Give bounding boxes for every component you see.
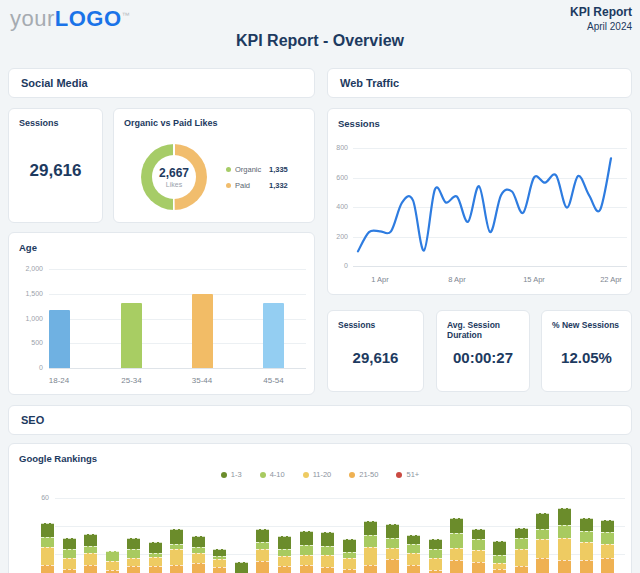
section-label: Web Traffic (340, 77, 399, 89)
rankings-segment-4-10 (580, 531, 593, 542)
rankings-segment-21-50 (300, 565, 313, 573)
section-label: Social Media (21, 77, 88, 89)
rankings-segment-11-20 (580, 542, 593, 560)
rankings-segment-4-10 (127, 549, 140, 557)
rankings-segment-11-20 (515, 549, 528, 566)
rankings-bar (149, 542, 162, 573)
rankings-bar (450, 518, 463, 573)
rankings-bar (364, 521, 377, 573)
rankings-segment-21-50 (127, 566, 140, 573)
rankings-segment-11-20 (472, 550, 485, 562)
rankings-segment-21-50 (84, 565, 97, 573)
donut-legend: Organic1,335Paid1,332 (226, 165, 308, 190)
rankings-segment-4-10 (536, 529, 549, 539)
logo-prefix: your (10, 6, 55, 31)
rankings-segment-21-50 (343, 569, 356, 573)
stat-label: Sessions (19, 118, 59, 128)
rankings-segment-1-3 (213, 549, 226, 556)
rankings-segment-4-10 (300, 545, 313, 555)
rankings-segment-1-3 (192, 536, 205, 547)
section-header-web-traffic: Web Traffic (327, 68, 632, 98)
y-axis-tick: 1,000 (11, 315, 43, 322)
rankings-segment-4-10 (278, 549, 291, 556)
rankings-segment-21-50 (41, 565, 54, 573)
age-bar-45-54 (263, 303, 284, 368)
rankings-segment-21-50 (170, 565, 183, 573)
rankings-segment-4-10 (472, 539, 485, 550)
report-period: April 2024 (570, 21, 632, 32)
rankings-segment-1-3 (536, 513, 549, 529)
section-label: SEO (21, 414, 44, 426)
rankings-segment-11-20 (256, 549, 269, 562)
rankings-segment-21-50 (601, 558, 614, 573)
rankings-bar (386, 524, 399, 573)
rankings-segment-21-50 (192, 563, 205, 573)
x-axis-tick: 25-34 (107, 376, 157, 385)
rankings-segment-11-20 (84, 553, 97, 564)
rankings-segment-1-3 (300, 531, 313, 545)
legend-dot (226, 167, 231, 172)
rankings-segment-1-3 (386, 524, 399, 538)
rankings-segment-11-20 (450, 548, 463, 561)
rankings-segment-21-50 (536, 558, 549, 573)
rankings-segment-4-10 (256, 542, 269, 549)
rankings-segment-21-50 (321, 567, 334, 573)
rankings-segment-4-10 (321, 546, 334, 555)
rankings-segment-4-10 (407, 544, 420, 553)
logo-main: LOGO (55, 6, 122, 31)
page-title: KPI Report - Overview (0, 32, 640, 50)
legend-dot (226, 183, 231, 188)
rankings-segment-21-50 (407, 565, 420, 573)
rankings-bar (127, 538, 140, 573)
gridline (49, 294, 306, 295)
rankings-segment-21-50 (364, 565, 377, 573)
legend-value: 1,332 (269, 181, 288, 190)
legend-label: Paid (235, 181, 269, 190)
rankings-segment-1-3 (450, 518, 463, 533)
rankings-bar (300, 531, 313, 573)
rankings-segment-4-10 (84, 546, 97, 553)
rankings-segment-1-3 (41, 523, 54, 536)
rankings-segment-21-50 (213, 567, 226, 573)
rankings-bar (192, 536, 205, 573)
legend-value: 1,335 (269, 165, 288, 174)
rankings-segment-1-3 (429, 539, 442, 549)
rankings-segment-11-20 (192, 553, 205, 563)
google-rankings-card: Google Rankings 1-34-1011-2021-5051+ 204… (8, 443, 632, 573)
rankings-segment-1-3 (515, 528, 528, 539)
avg-session-duration-card: Avg. Session Duration 00:00:27 (436, 310, 530, 392)
rankings-bar (213, 549, 226, 573)
web-sessions-stat-card: Sessions 29,616 (327, 310, 424, 392)
y-axis-tick: 2,000 (11, 265, 43, 272)
rankings-segment-21-50 (256, 561, 269, 573)
rankings-bar (41, 523, 54, 573)
rankings-segment-21-50 (149, 566, 162, 573)
age-chart-card: Age 05001,0001,5002,00018-2425-3435-4445… (8, 232, 315, 395)
rankings-segment-21-50 (515, 566, 528, 573)
rankings-segment-11-20 (321, 555, 334, 568)
gridline (55, 498, 625, 499)
rankings-segment-11-20 (149, 557, 162, 566)
rankings-segment-1-3 (407, 535, 420, 545)
rankings-bar (106, 551, 119, 573)
y-axis-tick: 0 (11, 364, 43, 371)
google-rankings-stacked-chart: 204060 (9, 444, 631, 573)
rankings-bar (558, 508, 571, 573)
rankings-segment-1-3 (493, 541, 506, 555)
rankings-segment-21-50 (386, 559, 399, 573)
rankings-bar (343, 539, 356, 573)
rankings-segment-4-10 (364, 535, 377, 548)
brand-logo: yourLOGO™ (10, 6, 130, 32)
age-bar-25-34 (121, 303, 142, 368)
rankings-segment-21-50 (63, 569, 76, 573)
rankings-bar (472, 529, 485, 573)
rankings-segment-11-20 (170, 549, 183, 566)
rankings-segment-21-50 (472, 562, 485, 573)
rankings-segment-1-3 (84, 534, 97, 547)
rankings-segment-11-20 (601, 544, 614, 557)
rankings-segment-1-3 (472, 529, 485, 539)
rankings-segment-21-50 (450, 560, 463, 573)
rankings-segment-1-3 (170, 529, 183, 544)
kpi-report-page: yourLOGO™ KPI Report April 2024 KPI Repo… (0, 0, 640, 573)
rankings-segment-11-20 (63, 558, 76, 569)
